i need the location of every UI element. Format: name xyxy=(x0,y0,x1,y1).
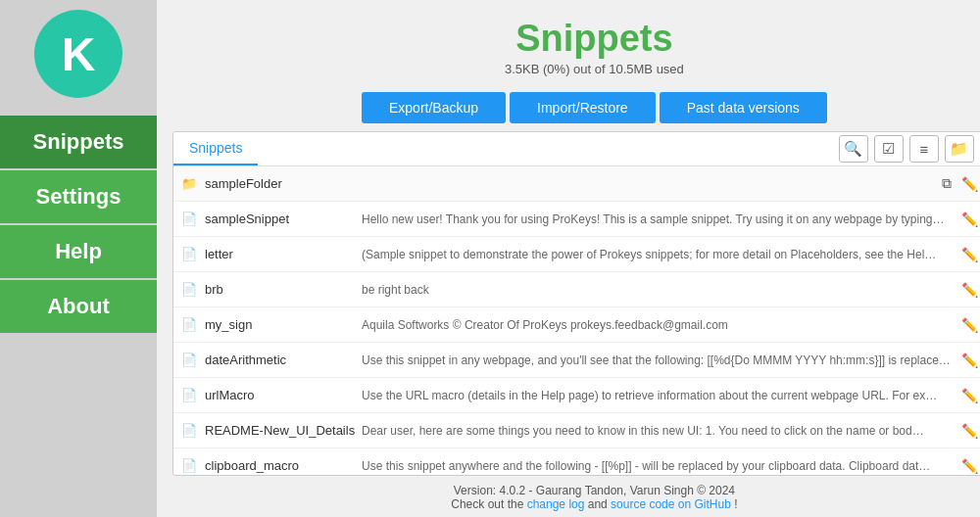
sidebar: K Snippets Settings Help About xyxy=(0,0,157,517)
edit-button[interactable]: ✏️ xyxy=(958,421,980,441)
table-row: 📄 urlMacro Use the URL macro (details in… xyxy=(173,378,980,413)
row-desc: Hello new user! Thank you for using ProK… xyxy=(362,212,951,226)
sidebar-item-about[interactable]: About xyxy=(0,280,157,333)
row-name[interactable]: clipboard_macro xyxy=(205,458,362,473)
table-row: 📄 clipboard_macro Use this snippet anywh… xyxy=(173,448,980,475)
table-row: 📄 letter (Sample snippet to demonstrate … xyxy=(173,237,980,272)
table-row: 📄 my_sign Aquila Softworks © Creator Of … xyxy=(173,307,980,343)
search-button[interactable]: 🔍 xyxy=(839,135,868,163)
table-row: 📄 dateArithmetic Use this snippet in any… xyxy=(173,343,980,378)
sidebar-item-help[interactable]: Help xyxy=(0,225,157,278)
snippet-icon: 📄 xyxy=(181,317,201,332)
edit-button[interactable]: ✏️ xyxy=(958,245,980,264)
table-row: 📁 sampleFolder ⧉ ✏️ 🗑️ xyxy=(173,166,980,202)
copy-button[interactable]: ⧉ xyxy=(939,173,955,194)
row-name[interactable]: README-New_UI_Details xyxy=(205,423,362,438)
edit-button[interactable]: ✏️ xyxy=(958,173,980,194)
snippet-icon: 📄 xyxy=(181,352,201,367)
version-text: Version: 4.0.2 - Gaurang Tandon, Varun S… xyxy=(157,484,980,497)
app-logo: K xyxy=(34,10,122,98)
main-content: Snippets 3.5KB (0%) out of 10.5MB used E… xyxy=(157,0,980,517)
row-actions: ✏️ 🗑️ xyxy=(958,351,980,370)
source-link[interactable]: source code on GitHub xyxy=(611,497,731,511)
snippet-icon: 📄 xyxy=(181,388,201,402)
row-actions: ✏️ 🗑️ xyxy=(958,245,980,264)
page-title: Snippets xyxy=(157,18,980,60)
row-desc: Dear user, here are some things you need… xyxy=(362,424,951,438)
select-all-button[interactable]: ☑ xyxy=(874,135,904,163)
new-folder-button[interactable]: 📁 xyxy=(945,135,974,163)
edit-button[interactable]: ✏️ xyxy=(958,280,980,300)
tab-snippets[interactable]: Snippets xyxy=(173,132,258,165)
row-name[interactable]: sampleSnippet xyxy=(205,212,362,226)
snippet-icon: 📄 xyxy=(181,247,201,261)
row-name[interactable]: my_sign xyxy=(205,317,362,332)
edit-button[interactable]: ✏️ xyxy=(958,315,980,335)
snippets-panel: Snippets 🔍 ☑ ≡ 📁 📄 📁 sampleFolder ⧉ ✏️ 🗑… xyxy=(172,131,980,476)
export-backup-button[interactable]: Export/Backup xyxy=(362,92,506,123)
panel-header: Snippets 🔍 ☑ ≡ 📁 📄 xyxy=(173,132,980,166)
edit-button[interactable]: ✏️ xyxy=(958,210,980,229)
edit-button[interactable]: ✏️ xyxy=(958,456,980,476)
snippet-icon: 📄 xyxy=(181,212,201,226)
row-actions: ✏️ 🗑️ xyxy=(958,386,980,405)
row-actions: ✏️ 🗑️ xyxy=(958,210,980,229)
panel-icon-buttons: 🔍 ☑ ≡ 📁 📄 xyxy=(839,135,980,163)
import-restore-button[interactable]: Import/Restore xyxy=(510,92,656,123)
row-name[interactable]: dateArithmetic xyxy=(205,352,362,367)
past-data-button[interactable]: Past data versions xyxy=(660,92,827,123)
row-actions: ✏️ 🗑️ xyxy=(958,280,980,300)
row-name[interactable]: letter xyxy=(205,247,362,261)
row-desc: Use the URL macro (details in the Help p… xyxy=(362,389,951,402)
row-desc: be right back xyxy=(362,283,951,297)
snippet-icon: 📄 xyxy=(181,458,201,473)
storage-info: 3.5KB (0%) out of 10.5MB used xyxy=(157,62,980,76)
row-desc: Aquila Softworks © Creator Of ProKeys pr… xyxy=(362,318,951,332)
edit-button[interactable]: ✏️ xyxy=(958,386,980,405)
action-buttons-bar: Export/Backup Import/Restore Past data v… xyxy=(157,84,980,131)
snippet-icon: 📄 xyxy=(181,282,201,297)
table-row: 📄 README-New_UI_Details Dear user, here … xyxy=(173,413,980,448)
row-actions: ✏️ 🗑️ xyxy=(958,315,980,335)
row-actions: ✏️ 🗑️ xyxy=(958,421,980,441)
row-name[interactable]: brb xyxy=(205,282,362,297)
footer-links: Check out the change log and source code… xyxy=(157,497,980,511)
snippets-table: 📁 sampleFolder ⧉ ✏️ 🗑️ 📄 sampleSnippet H… xyxy=(173,166,980,475)
snippet-icon: 📄 xyxy=(181,423,201,438)
row-actions: ⧉ ✏️ 🗑️ xyxy=(939,173,980,194)
folder-icon: 📁 xyxy=(181,176,201,191)
sidebar-item-snippets[interactable]: Snippets xyxy=(0,116,157,168)
row-desc: Use this snippet in any webpage, and you… xyxy=(362,353,951,367)
row-desc: Use this snippet anywhere and the follow… xyxy=(362,459,951,473)
page-header: Snippets 3.5KB (0%) out of 10.5MB used xyxy=(157,0,980,84)
edit-button[interactable]: ✏️ xyxy=(958,351,980,370)
row-desc: (Sample snippet to demonstrate the power… xyxy=(362,248,951,261)
row-actions: ✏️ 🗑️ xyxy=(958,456,980,476)
changelog-link[interactable]: change log xyxy=(527,497,585,511)
table-row: 📄 sampleSnippet Hello new user! Thank yo… xyxy=(173,202,980,237)
sidebar-nav: Snippets Settings Help About xyxy=(0,116,157,335)
sort-button[interactable]: ≡ xyxy=(909,135,939,163)
row-name[interactable]: urlMacro xyxy=(205,388,362,402)
table-row: 📄 brb be right back ✏️ 🗑️ xyxy=(173,272,980,307)
row-name[interactable]: sampleFolder xyxy=(205,176,362,191)
sidebar-item-settings[interactable]: Settings xyxy=(0,170,157,223)
logo-letter: K xyxy=(62,27,96,81)
footer: Version: 4.0.2 - Gaurang Tandon, Varun S… xyxy=(157,476,980,517)
